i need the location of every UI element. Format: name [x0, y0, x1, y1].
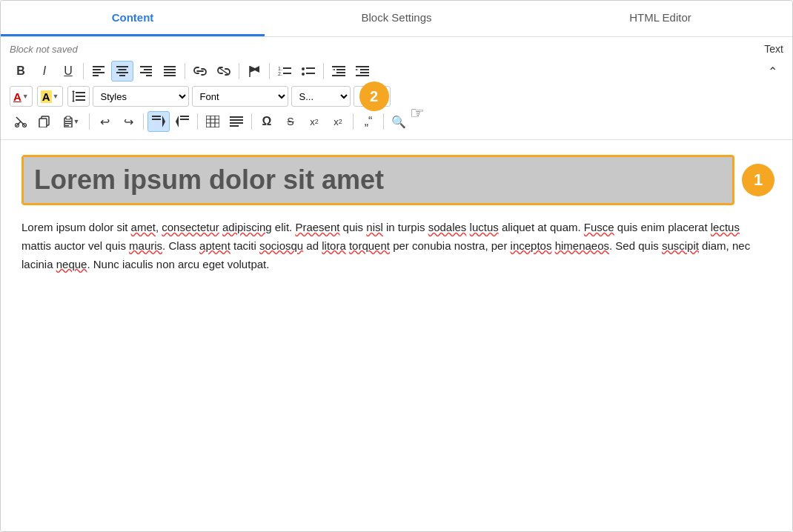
cut-icon: [15, 116, 27, 127]
sep-7: [143, 113, 144, 130]
italic-button[interactable]: I: [33, 61, 56, 82]
indent-icon: [356, 66, 369, 76]
align-right-button[interactable]: [135, 61, 157, 82]
sep-10: [353, 113, 354, 130]
spell-litora: litora: [322, 239, 346, 252]
svg-rect-52: [65, 121, 71, 122]
badge-2: 2: [359, 82, 389, 111]
find-replace-button[interactable]: 🔍: [388, 111, 410, 132]
tab-content[interactable]: Content: [1, 1, 265, 36]
special-chars-button[interactable]: Ω: [256, 111, 278, 132]
unordered-list-button[interactable]: [297, 61, 319, 82]
content-area: Lorem ipsum dolor sit amet 1 Lorem ipsum…: [1, 140, 792, 531]
bold-button[interactable]: B: [10, 61, 32, 82]
align-center-button[interactable]: [111, 61, 133, 82]
spell-aptent: aptent: [199, 239, 230, 252]
svg-rect-58: [180, 116, 189, 117]
link-button[interactable]: [189, 61, 211, 82]
svg-rect-14: [164, 72, 176, 73]
svg-rect-4: [116, 66, 128, 67]
redo-button[interactable]: ↪: [117, 111, 139, 132]
unlink-button[interactable]: [213, 61, 235, 82]
svg-rect-61: [206, 116, 219, 127]
svg-rect-0: [93, 66, 104, 67]
badge-1: 1: [742, 164, 774, 196]
svg-marker-42: [72, 101, 75, 102]
copy-button[interactable]: [33, 111, 56, 132]
quote-button[interactable]: „“: [357, 111, 379, 132]
svg-marker-41: [72, 90, 75, 92]
strikethrough-button[interactable]: S: [279, 111, 302, 132]
ltr-button[interactable]: [147, 111, 170, 132]
subscript-button[interactable]: x2: [303, 111, 325, 132]
user-button-wrapper: ▼ 2 ☞: [354, 86, 391, 107]
rtl-button[interactable]: [171, 111, 193, 132]
svg-rect-56: [152, 119, 161, 120]
size-dropdown[interactable]: S... 8 10 12 14 16 18 24 36: [291, 86, 351, 107]
svg-rect-33: [360, 69, 369, 70]
sep-2: [185, 63, 185, 79]
svg-rect-10: [140, 72, 152, 73]
status-row: Block not saved Text: [10, 43, 783, 55]
svg-rect-54: [65, 125, 69, 127]
svg-rect-3: [93, 75, 99, 76]
heading-text[interactable]: Lorem ipsum dolor sit amet: [21, 155, 734, 205]
spell-nisl: nisl: [366, 221, 383, 233]
sep-4: [269, 63, 270, 79]
styles-dropdown[interactable]: Styles Normal Heading 1 Heading 2: [93, 86, 189, 107]
svg-rect-34: [360, 72, 369, 73]
body-text[interactable]: Lorem ipsum dolor sit amet, consectetur …: [21, 219, 772, 273]
toolbar-row-2: A ▼ A ▼ Styles: [10, 86, 783, 107]
bg-color-button[interactable]: A ▼: [37, 86, 63, 107]
paste-icon: [63, 116, 73, 127]
line-height-button[interactable]: [67, 86, 90, 107]
svg-rect-15: [164, 75, 176, 76]
tab-block-settings[interactable]: Block Settings: [265, 1, 528, 36]
spell-mauris: mauris: [129, 239, 162, 252]
table-button[interactable]: [202, 111, 224, 132]
ltr-icon: [152, 116, 165, 127]
unlink-icon: [217, 66, 230, 76]
svg-rect-8: [140, 66, 152, 67]
spell-himenaeos: himenaeos: [555, 239, 609, 252]
toolbar-area: Block not saved Text B I U: [1, 37, 792, 140]
svg-rect-37: [76, 92, 85, 93]
svg-rect-39: [76, 99, 85, 101]
font-color-button[interactable]: A ▼: [10, 86, 33, 107]
align-center-icon: [116, 66, 128, 76]
cut-button[interactable]: [10, 111, 32, 132]
align-right-icon: [140, 66, 152, 76]
spell-adipiscing: adipiscing: [222, 221, 272, 233]
svg-rect-2: [93, 72, 104, 73]
svg-point-23: [302, 67, 305, 70]
flag-icon: [249, 65, 259, 77]
svg-rect-25: [306, 67, 315, 69]
svg-rect-13: [164, 69, 176, 70]
unordered-list-icon: [302, 66, 315, 76]
link-icon: [193, 66, 207, 76]
outdent-button[interactable]: [328, 61, 350, 82]
ordered-list-button[interactable]: 1. 2.: [273, 61, 296, 82]
svg-rect-59: [180, 119, 189, 120]
font-dropdown[interactable]: Font Arial Times New Roman Courier New: [192, 86, 288, 107]
collapse-toolbar-button[interactable]: ⌃: [761, 61, 783, 82]
flag-button[interactable]: [243, 61, 265, 82]
align-block-button[interactable]: [225, 111, 248, 132]
svg-marker-17: [250, 66, 259, 73]
justify-button[interactable]: [159, 61, 181, 82]
undo-button[interactable]: ↩: [93, 111, 116, 132]
svg-marker-31: [332, 69, 335, 70]
svg-rect-9: [144, 69, 152, 70]
paste-button[interactable]: ▼: [57, 111, 85, 132]
font-color-a: A: [13, 90, 21, 103]
table-icon: [206, 116, 219, 127]
line-height-icon: [72, 90, 85, 103]
indent-button[interactable]: [351, 61, 374, 82]
underline-button[interactable]: U: [57, 61, 79, 82]
superscript-button[interactable]: x2: [327, 111, 349, 132]
tab-html-editor[interactable]: HTML Editor: [528, 1, 792, 36]
svg-rect-38: [76, 96, 85, 97]
svg-rect-69: [230, 125, 239, 127]
align-left-button[interactable]: [87, 61, 110, 82]
bg-color-chevron: ▼: [53, 93, 59, 100]
